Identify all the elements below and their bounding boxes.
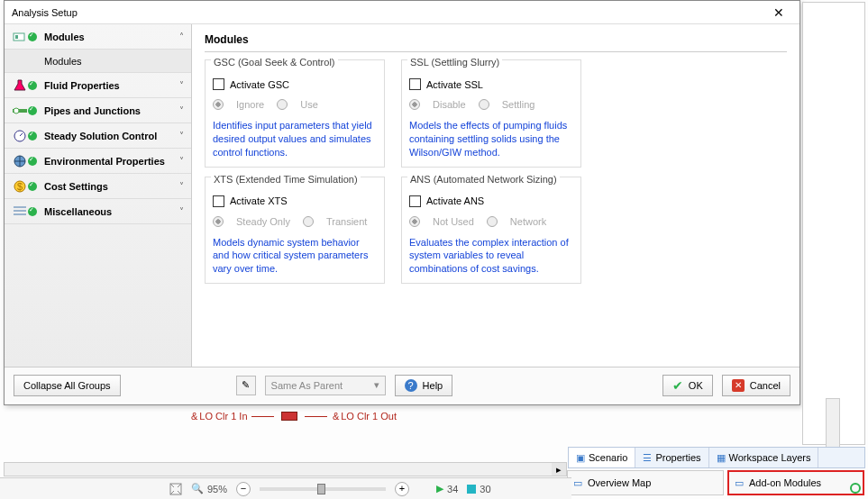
slider-thumb[interactable] <box>317 484 325 494</box>
help-button[interactable]: ? Help <box>395 375 453 396</box>
ok-button[interactable]: ✔ OK <box>662 375 713 396</box>
tab-scenario[interactable]: ▣ Scenario <box>569 448 635 467</box>
sidebar-item-modules[interactable]: Modules <box>5 50 191 73</box>
svg-text:$: $ <box>17 181 23 192</box>
pipes-icon <box>12 104 28 118</box>
checkbox-label: Activate GSC <box>230 79 289 90</box>
radio-notused[interactable] <box>409 216 420 227</box>
close-icon[interactable]: ✕ <box>765 1 792 24</box>
module-ssl: SSL (Settling Slurry) Activate SSL Disab… <box>401 59 581 168</box>
radio-transient[interactable] <box>303 216 314 227</box>
checkbox-icon <box>213 78 224 90</box>
button-label: Cancel <box>750 380 781 391</box>
sidebar-group-cost[interactable]: $ Cost Settings ˅ <box>5 174 191 199</box>
sidebar-group-label: Fluid Properties <box>44 80 179 91</box>
tab-properties[interactable]: ☰ Properties <box>635 448 708 467</box>
checkbox-label: Activate SSL <box>426 79 483 90</box>
content-panel: Modules GSC (Goal Seek & Control) Activa… <box>192 24 799 367</box>
map-icon: ▭ <box>573 477 582 489</box>
chevron-down-icon: ˅ <box>179 156 184 166</box>
checkbox-label: Activate ANS <box>426 195 484 206</box>
radio-label: Disable <box>433 99 466 110</box>
sidebar-group-pipes[interactable]: Pipes and Junctions ˅ <box>5 98 191 123</box>
sidebar-group-steady[interactable]: Steady Solution Control ˅ <box>5 123 191 149</box>
activate-ssl-checkbox[interactable]: Activate SSL <box>409 78 573 90</box>
modules-grid: GSC (Goal Seek & Control) Activate GSC I… <box>205 59 787 284</box>
magnify-icon[interactable]: 🔍 <box>191 483 204 494</box>
zoom-in-button[interactable]: + <box>395 482 409 496</box>
chevron-down-icon: ˅ <box>179 131 184 141</box>
check-icon: ✔ <box>672 378 683 393</box>
radio-network[interactable] <box>487 216 498 227</box>
module-title: GSC (Goal Seek & Control) <box>211 57 338 68</box>
svg-rect-1 <box>15 35 18 39</box>
tab-workspace-layers[interactable]: ▦ Workspace Layers <box>709 448 819 467</box>
status-bar: 🔍95% − + ▶34 30 <box>0 477 571 499</box>
activate-ans-checkbox[interactable]: Activate ANS <box>409 195 573 207</box>
activate-gsc-checkbox[interactable]: Activate GSC <box>213 78 377 90</box>
checkbox-icon <box>409 78 421 90</box>
ampersand-icon: & <box>191 411 197 422</box>
chevron-down-icon: ˅ <box>179 80 184 90</box>
globe-icon <box>12 154 28 168</box>
radio-label: Network <box>510 216 546 227</box>
radio-label: Settling <box>502 99 535 110</box>
sidebar-group-misc[interactable]: Miscellaneous ˅ <box>5 199 191 224</box>
ampersand-icon: & <box>333 411 339 422</box>
cancel-button[interactable]: ✕ Cancel <box>722 375 790 396</box>
sidebar-group-label: Miscellaneous <box>44 206 179 217</box>
chevron-down-icon: ˅ <box>179 181 184 191</box>
addon-modules-button[interactable]: ▭ Add-on Modules <box>727 470 864 495</box>
content-header: Modules <box>205 30 787 52</box>
panel-label: Overview Map <box>588 477 651 488</box>
sidebar-group-label: Pipes and Junctions <box>44 105 179 116</box>
flask-icon <box>12 78 28 93</box>
radio-settling[interactable] <box>479 99 489 110</box>
same-as-parent-dropdown[interactable]: Same As Parent ▾ <box>265 376 386 395</box>
chevron-down-icon: ˅ <box>179 206 184 216</box>
module-title: ANS (Automated Network Sizing) <box>407 174 560 185</box>
radio-label: Transient <box>326 216 367 227</box>
zoom-slider[interactable] <box>260 487 386 491</box>
chevron-down-icon: ▾ <box>374 379 379 391</box>
module-description: Models the effects of pumping fluids con… <box>409 119 573 159</box>
dropdown-label: Same As Parent <box>271 380 343 391</box>
tab-label: Properties <box>655 452 700 463</box>
dialog-footer: Collapse All Groups ✎ Same As Parent ▾ ?… <box>5 367 799 403</box>
edit-icon[interactable]: ✎ <box>236 376 256 395</box>
module-title: XTS (Extended Time Simulation) <box>211 174 361 185</box>
sidebar-group-fluid[interactable]: Fluid Properties ˅ <box>5 73 191 98</box>
status-ok-icon <box>28 157 37 166</box>
sidebar-group-env[interactable]: Environmental Properties ˅ <box>5 149 191 174</box>
node-label-in: LO Clr 1 In <box>199 411 247 422</box>
properties-icon: ☰ <box>643 452 652 464</box>
module-gsc: GSC (Goal Seek & Control) Activate GSC I… <box>205 59 385 168</box>
radio-disable[interactable] <box>409 99 420 110</box>
tree-icon: ▣ <box>576 452 585 464</box>
help-icon: ? <box>405 379 417 392</box>
scroll-right-icon[interactable]: ▸ <box>552 463 566 476</box>
side-panel <box>802 2 865 445</box>
dialog-titlebar: Analysis Setup ✕ <box>5 1 799 24</box>
module-xts: XTS (Extended Time Simulation) Activate … <box>205 177 385 285</box>
status-ok-icon <box>28 132 37 141</box>
status-ok-icon <box>28 32 37 41</box>
radio-ignore[interactable] <box>213 99 224 110</box>
sidebar-group-modules[interactable]: Modules ˄ <box>5 24 191 50</box>
zoom-out-button[interactable]: − <box>236 482 251 496</box>
radio-label: Use <box>300 99 318 110</box>
fit-icon[interactable] <box>169 483 182 495</box>
chevron-up-icon: ˄ <box>179 32 184 41</box>
scrollbar-horizontal[interactable]: ▸ <box>4 462 567 476</box>
chevron-down-icon: ˅ <box>179 105 184 115</box>
radio-use[interactable] <box>277 99 288 110</box>
button-label: Help <box>423 380 443 391</box>
overview-map-panel[interactable]: ▭ Overview Map <box>567 470 724 495</box>
pump-node-icon[interactable] <box>281 412 297 421</box>
collapse-groups-button[interactable]: Collapse All Groups <box>14 375 121 396</box>
radio-steady[interactable] <box>213 216 224 227</box>
activate-xts-checkbox[interactable]: Activate XTS <box>213 195 377 207</box>
dialog-body: Modules ˄ Modules Fluid Properties ˅ Pip… <box>5 24 799 367</box>
module-description: Evaluates the complex interaction of sys… <box>409 236 573 277</box>
count-junctions: 34 <box>447 484 458 494</box>
